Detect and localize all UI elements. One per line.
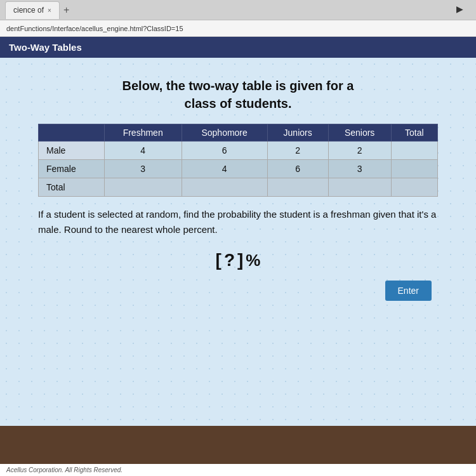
header-juniors: Juniors [267,124,328,142]
tab-close-button[interactable]: × [48,7,51,14]
header-total: Total [391,124,437,142]
cell-total-juniors [267,178,328,197]
question-title: Below, the two-way table is given for a … [38,77,438,112]
browser-tab[interactable]: cience of × [5,1,60,19]
cell-female-total [391,160,437,178]
two-way-table: Freshmen Sophomore Juniors Seniors Total… [38,124,438,197]
title-line2: class of students. [38,95,438,112]
row-label-female: Female [39,160,105,178]
header-freshmen: Freshmen [104,124,182,142]
footer-text: Acellus Corporation. All Rights Reserved… [6,466,122,473]
header-empty [39,124,105,142]
cell-male-sophomore: 6 [182,142,267,160]
table-row: Total [39,178,438,197]
cell-female-freshmen: 3 [104,160,182,178]
question-mark-display: ? [224,250,235,270]
row-label-male: Male [39,142,105,160]
cursor-indicator: ▶ [456,4,463,14]
cell-female-juniors: 6 [267,160,328,178]
bracket-open: [ [216,250,221,270]
title-line1: Below, the two-way table is given for a [38,77,438,95]
main-content: Below, the two-way table is given for a … [0,58,476,426]
header-seniors: Seniors [328,124,391,142]
cell-total-seniors [328,178,391,197]
question-body: If a student is selected at random, find… [38,207,438,237]
footer: Acellus Corporation. All Rights Reserved… [0,464,476,476]
bracket-close: ] [237,250,243,270]
cell-male-juniors: 2 [267,142,328,160]
page-title: Two-Way Tables [9,42,82,53]
browser-chrome: cience of × + ▶ dentFunctions/Interface/… [0,0,476,37]
cell-male-freshmen: 4 [104,142,182,160]
page-header: Two-Way Tables [0,37,476,58]
row-label-total: Total [39,178,105,197]
table-header-row: Freshmen Sophomore Juniors Seniors Total [39,124,438,142]
cell-total-sophomore [182,178,267,197]
table-row: Female 3 4 6 3 [39,160,438,178]
tab-bar: cience of × + ▶ [0,0,476,20]
answer-area: [ ? ] % [38,250,438,270]
tab-label: cience of [13,6,44,15]
cell-female-sophomore: 4 [182,160,267,178]
header-sophomore: Sophomore [182,124,267,142]
address-bar[interactable]: dentFunctions/Interface/acellus_engine.h… [0,20,476,37]
cell-female-seniors: 3 [328,160,391,178]
cell-male-total [391,142,437,160]
url-text: dentFunctions/Interface/acellus_engine.h… [6,25,183,32]
percent-sign: % [246,251,260,270]
button-row: Enter [38,281,438,301]
table-row: Male 4 6 2 2 [39,142,438,160]
cell-total-total [391,178,437,197]
enter-button[interactable]: Enter [385,281,432,301]
new-tab-button[interactable]: + [60,4,73,16]
cell-total-freshmen [104,178,182,197]
cell-male-seniors: 2 [328,142,391,160]
